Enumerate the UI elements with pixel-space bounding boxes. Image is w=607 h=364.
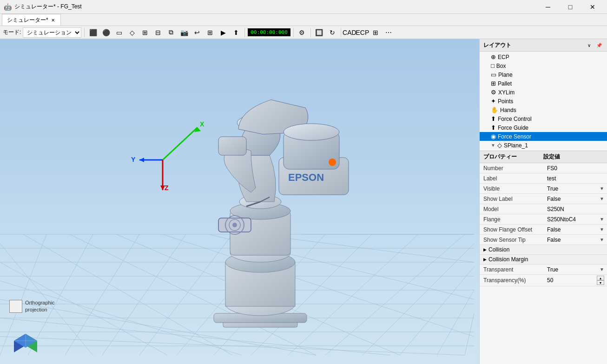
mode-select[interactable]: シミュレーション [23, 27, 81, 38]
close-button[interactable]: ✕ [582, 0, 603, 14]
prop-section-collision[interactable]: ▶Collision [480, 245, 607, 255]
prop-dropdown-arrow-visible[interactable]: ▼ [600, 186, 604, 191]
prop-value-visible[interactable]: True▼ [544, 185, 607, 193]
tree-item-pallet[interactable]: ⊞Pallet [480, 79, 607, 88]
prop-dropdown-arrow-show_label[interactable]: ▼ [600, 196, 604, 201]
tree-item-icon: ◇ [497, 142, 502, 149]
spinner-control-transparency_pct[interactable]: ▲▼ [597, 276, 604, 285]
tree-item-label: Pallet [498, 80, 512, 87]
prop-value-transparent[interactable]: True▼ [544, 265, 607, 274]
prop-value-text-transparency_pct: 50 [547, 277, 553, 284]
svg-point-57 [232, 223, 237, 227]
maximize-button[interactable]: □ [560, 0, 581, 14]
toolbar-separator-3 [293, 28, 294, 37]
tab-simulator[interactable]: シミュレーター* ✕ [2, 14, 61, 26]
app-icon: 🤖 [4, 3, 12, 11]
spinner-down-transparency_pct[interactable]: ▼ [597, 280, 604, 285]
toolbar-separator-2 [244, 28, 245, 37]
viewport-3d[interactable]: EPSON [0, 39, 479, 364]
prop-row-flange: FlangeS250NtoC4▼ [480, 214, 607, 225]
toolbar-view2-btn[interactable]: ↻ [327, 27, 338, 38]
tree-item-label: Hands [500, 107, 516, 113]
toolbar-more-btn[interactable]: ⋯ [383, 27, 394, 38]
layout-pin-btn[interactable]: 📌 [595, 41, 603, 49]
tree-item-ecp[interactable]: ⊕ECP [480, 53, 607, 61]
toolbar-view1-btn[interactable]: 🔲 [314, 27, 325, 38]
toolbar-settings-btn[interactable]: ⚙ [297, 27, 308, 38]
toolbar-cad1-btn[interactable]: CAD [344, 27, 355, 38]
prop-label-model: Model [480, 205, 544, 213]
title-bar-controls: ─ □ ✕ [537, 0, 603, 14]
svg-line-21 [437, 290, 474, 355]
tree-item-box[interactable]: □Box [480, 61, 607, 70]
layout-header-controls: ∨ 📌 [585, 41, 603, 49]
prop-value-flange[interactable]: S250NtoC4▼ [544, 215, 607, 224]
tree-item-plane[interactable]: ▭Plane [480, 70, 607, 79]
toolbar-plane-btn[interactable]: ◇ [126, 27, 138, 38]
tree-item-xylim[interactable]: ⚙XYLim [480, 88, 607, 97]
layout-panel: レイアウト ∨ 📌 ⊕ECP□Box▭Plane⊞Pallet⚙XYLim✦Po… [480, 39, 607, 364]
tab-close-button[interactable]: ✕ [50, 17, 56, 24]
prop-label-label: Label [480, 174, 544, 183]
toolbar-export-btn[interactable]: ⬆ [231, 27, 242, 38]
prop-dropdown-arrow-show_flange_offset[interactable]: ▼ [600, 227, 604, 232]
prop-row-show_sensor_tip: Show Sensor TipFalse▼ [480, 235, 607, 245]
layout-collapse-btn[interactable]: ∨ [585, 41, 593, 49]
ortho-projection-label: Orthographicprojection [9, 299, 55, 313]
toolbar-cad3-btn[interactable]: ⊞ [370, 27, 381, 38]
toolbar-undo-btn[interactable]: ↩ [191, 27, 203, 38]
tree-item-icon: □ [491, 62, 495, 69]
prop-section-collision_margin[interactable]: ▶Collision Margin [480, 255, 607, 265]
toolbar-play-btn[interactable]: ▶ [218, 27, 229, 38]
prop-dropdown-arrow-transparent[interactable]: ▼ [600, 267, 604, 272]
tree-item-force_guide[interactable]: ⬆Force Guide [480, 123, 607, 132]
right-panel: レイアウト ∨ 📌 ⊕ECP□Box▭Plane⊞Pallet⚙XYLim✦Po… [479, 39, 607, 364]
tree-item-force_control[interactable]: ⬆Force Control [480, 114, 607, 123]
prop-label-flange: Flange [480, 215, 544, 224]
tree-item-splane_1[interactable]: ▼◇SPlane_1 [480, 141, 607, 150]
prop-value-show_flange_offset[interactable]: False▼ [544, 225, 607, 234]
tree-item-hands[interactable]: ✋Hands [480, 106, 607, 114]
prop-dropdown-arrow-flange[interactable]: ▼ [600, 217, 604, 222]
tree-item-icon: ⚙ [491, 89, 496, 96]
toolbar-box-btn[interactable]: ▭ [113, 27, 125, 38]
timer-display: 00:00:00:000 [248, 28, 290, 36]
svg-point-50 [284, 124, 339, 140]
tree-item-icon: ⬆ [491, 115, 496, 122]
spinner-up-transparency_pct[interactable]: ▲ [597, 276, 604, 280]
toolbar-copy-btn[interactable]: ⧉ [165, 27, 177, 38]
main-content: EPSON [0, 39, 607, 364]
toolbar-table-btn[interactable]: ⊞ [205, 27, 216, 38]
tree-item-label: Plane [498, 72, 513, 78]
prop-value-transparency_pct[interactable]: 50▲▼ [544, 275, 607, 286]
svg-text:Y: Y [131, 156, 136, 163]
prop-row-show_flange_offset: Show Flange OffsetFalse▼ [480, 225, 607, 235]
tree-item-icon: ⊕ [491, 53, 496, 60]
toolbar-snap-btn[interactable]: ⊞ [139, 27, 151, 38]
prop-value-text-transparent: True [547, 266, 558, 273]
toolbar-sphere-btn[interactable]: ⚫ [100, 27, 112, 38]
prop-row-model: ModelS250N [480, 204, 607, 214]
toolbar-cad2-btn[interactable]: ECP [357, 27, 368, 38]
prop-label-show_flange_offset: Show Flange Offset [480, 225, 544, 234]
tree-expand-icon[interactable]: ▼ [491, 143, 495, 148]
prop-dropdown-arrow-show_sensor_tip[interactable]: ▼ [600, 237, 604, 242]
prop-value-show_label[interactable]: False▼ [544, 195, 607, 203]
prop-value-show_sensor_tip[interactable]: False▼ [544, 236, 607, 244]
tree-item-icon: ▭ [491, 71, 496, 78]
ortho-box-icon [9, 300, 22, 313]
tree-item-force_sensor[interactable]: ◉Force Sensor [480, 132, 607, 141]
toolbar-cube-btn[interactable]: ⬛ [87, 27, 99, 38]
svg-text:X: X [200, 120, 205, 128]
mode-label: モード: [3, 28, 21, 36]
minimize-button[interactable]: ─ [537, 0, 559, 14]
window-title: シミュレーター* - FG_Test [14, 3, 82, 11]
tree-item-points[interactable]: ✦Points [480, 97, 607, 106]
tree-item-label: SPlane_1 [504, 142, 528, 149]
tree-item-icon: ✋ [491, 106, 498, 113]
prop-label-transparent: Transparent [480, 265, 544, 274]
tree-item-label: Force Control [498, 116, 532, 122]
prop-value-text-show_flange_offset: False [547, 226, 561, 233]
toolbar-camera-btn[interactable]: 📷 [178, 27, 190, 38]
toolbar-grid-btn[interactable]: ⊟ [152, 27, 164, 38]
